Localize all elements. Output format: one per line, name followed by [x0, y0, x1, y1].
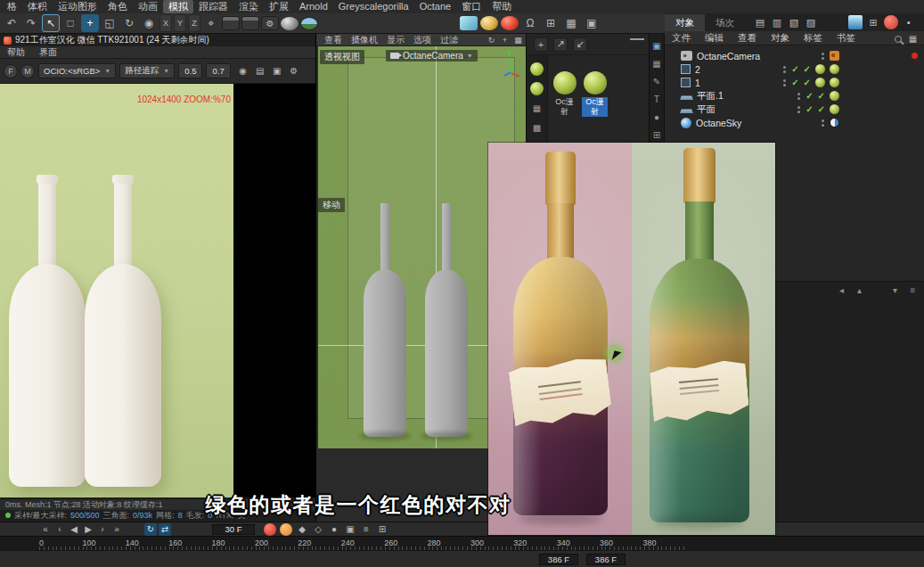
cinema-tool-icon[interactable]	[460, 16, 478, 30]
kernel-dropdown[interactable]: 路径追踪▼	[119, 63, 175, 78]
active-tool-icon[interactable]: ▣	[583, 14, 601, 32]
object-row-octanesky[interactable]: OctaneSky	[665, 116, 924, 129]
visibility-dots[interactable]	[822, 52, 825, 61]
search-icon[interactable]	[895, 36, 902, 43]
visibility-dots[interactable]	[822, 119, 825, 127]
range-end-field[interactable]: 386 F	[586, 554, 626, 565]
material-tag-icon[interactable]	[830, 78, 839, 87]
menu-render[interactable]: 渲染	[233, 0, 264, 13]
undo-icon[interactable]: ↶	[3, 14, 20, 32]
layout-icon-3[interactable]: ▧	[787, 15, 801, 29]
back-icon[interactable]: ◂	[836, 284, 847, 296]
record-icon[interactable]	[884, 15, 898, 29]
delete-node-icon[interactable]	[633, 41, 642, 51]
prev-key-icon[interactable]: ‹	[53, 523, 66, 536]
range-start-field[interactable]: 386 F	[539, 554, 578, 565]
vp-menu-cameras[interactable]: 摄像机	[347, 33, 382, 46]
enabled-check-icon[interactable]: ✓	[805, 92, 813, 101]
gradient-tool-icon[interactable]	[848, 15, 863, 29]
live-selection-icon[interactable]: ↖	[42, 14, 60, 32]
lock-resolution-icon[interactable]: ▣	[270, 64, 284, 78]
object-row-plane1[interactable]: 平面.1 ✓ ✓	[665, 89, 924, 103]
enabled-check-icon[interactable]: ✓	[818, 105, 825, 114]
menu-character[interactable]: 角色	[102, 0, 133, 13]
enabled-check-icon[interactable]: ✓	[805, 105, 813, 114]
loop-playback-icon[interactable]: ↻	[144, 523, 157, 536]
filter-icon[interactable]: ▾	[889, 284, 901, 296]
scale-tool-icon[interactable]: ◱	[101, 14, 119, 32]
goto-end-icon[interactable]: »	[110, 523, 123, 536]
goto-start-icon[interactable]: «	[39, 523, 52, 536]
visibility-dots[interactable]	[797, 105, 801, 114]
menu-animate[interactable]: 动画	[133, 0, 163, 13]
material-oc-diffuse-1[interactable]: Oc漫射	[552, 71, 577, 117]
menu-arnold[interactable]: Arnold	[294, 0, 333, 13]
imager-settings-icon[interactable]: M	[20, 64, 35, 78]
octane-render-image[interactable]: 1024x1400 ZOOM:%70	[0, 84, 233, 497]
texture-icon[interactable]: ▦	[530, 102, 544, 115]
rectangle-selection-icon[interactable]: □	[61, 14, 79, 32]
key-scale-icon[interactable]: ◇	[312, 523, 324, 536]
x-axis-lock-icon[interactable]: X	[159, 14, 172, 32]
active-camera-indicator[interactable]	[912, 53, 918, 59]
autokey-icon[interactable]	[280, 523, 292, 536]
enabled-check-icon[interactable]: ✓	[791, 65, 798, 74]
viewport-maximize-icon[interactable]: ▦	[512, 34, 524, 45]
film-settings-icon[interactable]: F	[4, 64, 18, 78]
viewport-sync-icon[interactable]: ↻	[486, 34, 497, 45]
z-axis-lock-icon[interactable]: Z	[188, 14, 200, 32]
menu-octane[interactable]: Octane	[414, 0, 456, 13]
material-tag-icon[interactable]	[830, 104, 839, 114]
range-icon[interactable]: ⇄	[159, 523, 171, 536]
tab-objects[interactable]: 对象	[665, 14, 705, 31]
environment-tag-icon[interactable]	[830, 118, 839, 127]
material-tag-icon[interactable]	[815, 78, 825, 87]
om-options-icon[interactable]: ▦	[907, 33, 919, 45]
play-backward-icon[interactable]: ◀	[68, 523, 80, 536]
menu-tracker[interactable]: 跟踪器	[193, 0, 233, 13]
material-tag-icon[interactable]	[830, 91, 839, 101]
viewport-pan-icon[interactable]: +	[499, 34, 511, 45]
visibility-dots[interactable]	[783, 78, 787, 87]
render-view-icon[interactable]	[222, 16, 240, 30]
om-menu-objects[interactable]: 对象	[764, 31, 797, 45]
move-tool-icon[interactable]: +	[81, 14, 99, 32]
list-icon[interactable]: ≡	[907, 284, 919, 296]
vp-menu-options[interactable]: 选项	[409, 33, 436, 46]
enabled-check-icon[interactable]: ✓	[818, 92, 825, 101]
pen-tool-icon[interactable]: ✎	[650, 75, 663, 87]
object-row-2[interactable]: 2 ✓ ✓	[665, 62, 924, 76]
text-tool-icon[interactable]: T	[650, 93, 663, 105]
enabled-check-icon[interactable]: ✓	[804, 65, 811, 74]
menu-greyscalegorilla[interactable]: Greyscalegorilla	[333, 0, 414, 13]
layout-icon-4[interactable]: ▨	[804, 15, 818, 29]
layout-icon-2[interactable]: ▥	[770, 15, 784, 29]
timeline-ruler[interactable]: 0100140160180200220240260280300320340360…	[0, 536, 924, 550]
keyframe-record-icon[interactable]	[264, 523, 276, 536]
environment-icon[interactable]	[300, 17, 318, 30]
menu-window[interactable]: 窗口	[456, 0, 487, 13]
material-ball-small-icon-1[interactable]	[530, 62, 544, 76]
expand-node-icon[interactable]: ↗	[553, 37, 568, 52]
collapse-node-icon[interactable]: ↙	[573, 37, 587, 52]
y-axis-lock-icon[interactable]: Y	[174, 14, 186, 32]
workplane-icon[interactable]: ▦	[562, 14, 580, 32]
enabled-check-icon[interactable]: ✓	[791, 78, 798, 87]
vp-menu-display[interactable]: 显示	[382, 33, 409, 46]
gamma-field[interactable]: 0.5	[178, 63, 202, 78]
rotate-tool-icon[interactable]: ↻	[120, 14, 138, 32]
redo-icon[interactable]: ↷	[22, 14, 40, 32]
layout-icon-1[interactable]: ▤	[753, 15, 767, 29]
vp-menu-filter[interactable]: 过滤	[436, 33, 462, 46]
menu-extensions[interactable]: 扩展	[264, 0, 294, 13]
menu-volume[interactable]: 体积	[22, 0, 53, 13]
render-settings-icon[interactable]: ⚙	[261, 16, 279, 30]
material-tag-icon[interactable]	[815, 64, 825, 74]
extra-tool-icon[interactable]: ▪	[902, 15, 916, 29]
pla-icon[interactable]: ⊞	[376, 523, 388, 536]
grid-snap-icon[interactable]: ⊞	[542, 14, 560, 32]
camera-icon[interactable]: ◉	[236, 64, 250, 78]
magnet-snap-icon[interactable]: Ω	[521, 14, 539, 32]
reference-image-overlay[interactable]	[488, 143, 775, 535]
viewer-settings-icon[interactable]: ⚙	[287, 64, 301, 78]
